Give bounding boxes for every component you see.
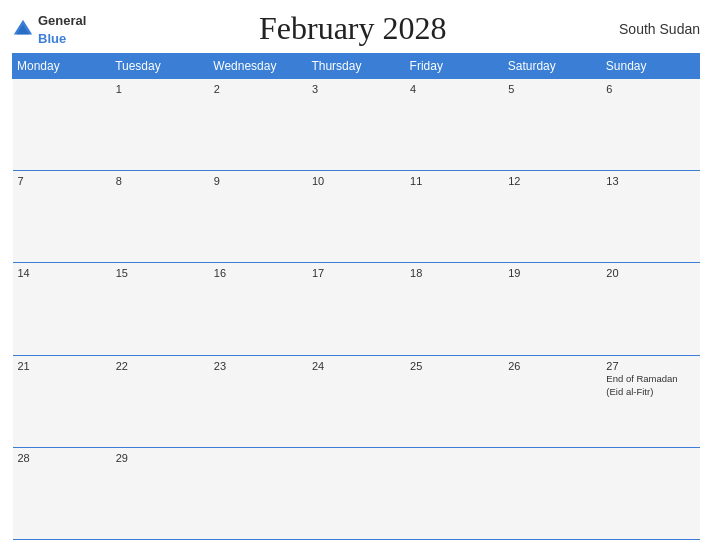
calendar-week-row: 14151617181920 — [13, 263, 700, 355]
calendar-cell — [307, 447, 405, 539]
day-number: 29 — [116, 452, 204, 464]
calendar-cell: 19 — [503, 263, 601, 355]
day-number: 9 — [214, 175, 302, 187]
calendar-cell: 5 — [503, 79, 601, 171]
calendar-page: General Blue February 2028 South Sudan M… — [0, 0, 712, 550]
col-saturday: Saturday — [503, 54, 601, 79]
calendar-cell: 11 — [405, 171, 503, 263]
col-monday: Monday — [13, 54, 111, 79]
days-of-week-row: Monday Tuesday Wednesday Thursday Friday… — [13, 54, 700, 79]
day-number: 28 — [18, 452, 106, 464]
day-number: 8 — [116, 175, 204, 187]
day-number: 18 — [410, 267, 498, 279]
day-number: 13 — [606, 175, 694, 187]
calendar-cell: 4 — [405, 79, 503, 171]
logo-icon — [12, 18, 34, 40]
day-number: 26 — [508, 360, 596, 372]
day-number: 5 — [508, 83, 596, 95]
calendar-table: Monday Tuesday Wednesday Thursday Friday… — [12, 53, 700, 540]
col-tuesday: Tuesday — [111, 54, 209, 79]
calendar-cell: 8 — [111, 171, 209, 263]
day-number: 15 — [116, 267, 204, 279]
day-number: 3 — [312, 83, 400, 95]
calendar-cell: 24 — [307, 355, 405, 447]
day-number: 27 — [606, 360, 694, 372]
calendar-cell: 29 — [111, 447, 209, 539]
calendar-cell: 14 — [13, 263, 111, 355]
calendar-cell: 22 — [111, 355, 209, 447]
calendar-cell — [503, 447, 601, 539]
calendar-week-row: 2829 — [13, 447, 700, 539]
calendar-week-row: 78910111213 — [13, 171, 700, 263]
col-friday: Friday — [405, 54, 503, 79]
day-number: 17 — [312, 267, 400, 279]
day-number: 6 — [606, 83, 694, 95]
day-number: 2 — [214, 83, 302, 95]
day-number: 10 — [312, 175, 400, 187]
calendar-cell — [209, 447, 307, 539]
day-number: 21 — [18, 360, 106, 372]
logo-general: General — [38, 13, 86, 28]
calendar-cell: 15 — [111, 263, 209, 355]
calendar-title: February 2028 — [259, 10, 447, 47]
day-number: 14 — [18, 267, 106, 279]
calendar-cell: 23 — [209, 355, 307, 447]
calendar-cell: 18 — [405, 263, 503, 355]
calendar-cell — [601, 447, 699, 539]
calendar-cell: 26 — [503, 355, 601, 447]
col-sunday: Sunday — [601, 54, 699, 79]
calendar-cell: 9 — [209, 171, 307, 263]
col-wednesday: Wednesday — [209, 54, 307, 79]
calendar-cell: 17 — [307, 263, 405, 355]
calendar-cell: 10 — [307, 171, 405, 263]
day-number: 22 — [116, 360, 204, 372]
day-number: 19 — [508, 267, 596, 279]
day-number: 11 — [410, 175, 498, 187]
day-number: 24 — [312, 360, 400, 372]
calendar-cell: 7 — [13, 171, 111, 263]
calendar-cell: 25 — [405, 355, 503, 447]
calendar-cell: 21 — [13, 355, 111, 447]
day-number: 16 — [214, 267, 302, 279]
day-number: 1 — [116, 83, 204, 95]
calendar-cell: 16 — [209, 263, 307, 355]
calendar-cell: 28 — [13, 447, 111, 539]
calendar-cell: 20 — [601, 263, 699, 355]
calendar-body: 1234567891011121314151617181920212223242… — [13, 79, 700, 540]
calendar-cell: 1 — [111, 79, 209, 171]
day-number: 4 — [410, 83, 498, 95]
calendar-header: Monday Tuesday Wednesday Thursday Friday… — [13, 54, 700, 79]
logo: General Blue — [12, 11, 86, 47]
calendar-week-row: 21222324252627End of Ramadan (Eid al-Fit… — [13, 355, 700, 447]
day-number: 23 — [214, 360, 302, 372]
calendar-cell: 13 — [601, 171, 699, 263]
calendar-cell — [405, 447, 503, 539]
day-number: 7 — [18, 175, 106, 187]
day-number: 25 — [410, 360, 498, 372]
logo-text: General Blue — [38, 11, 86, 47]
day-number: 20 — [606, 267, 694, 279]
event-text: End of Ramadan (Eid al-Fitr) — [606, 373, 677, 397]
col-thursday: Thursday — [307, 54, 405, 79]
calendar-cell: 12 — [503, 171, 601, 263]
country-name: South Sudan — [619, 21, 700, 37]
calendar-week-row: 123456 — [13, 79, 700, 171]
calendar-cell: 27End of Ramadan (Eid al-Fitr) — [601, 355, 699, 447]
header: General Blue February 2028 South Sudan — [12, 10, 700, 47]
calendar-cell: 6 — [601, 79, 699, 171]
calendar-cell: 3 — [307, 79, 405, 171]
calendar-cell: 2 — [209, 79, 307, 171]
logo-blue: Blue — [38, 31, 66, 46]
day-number: 12 — [508, 175, 596, 187]
calendar-cell — [13, 79, 111, 171]
